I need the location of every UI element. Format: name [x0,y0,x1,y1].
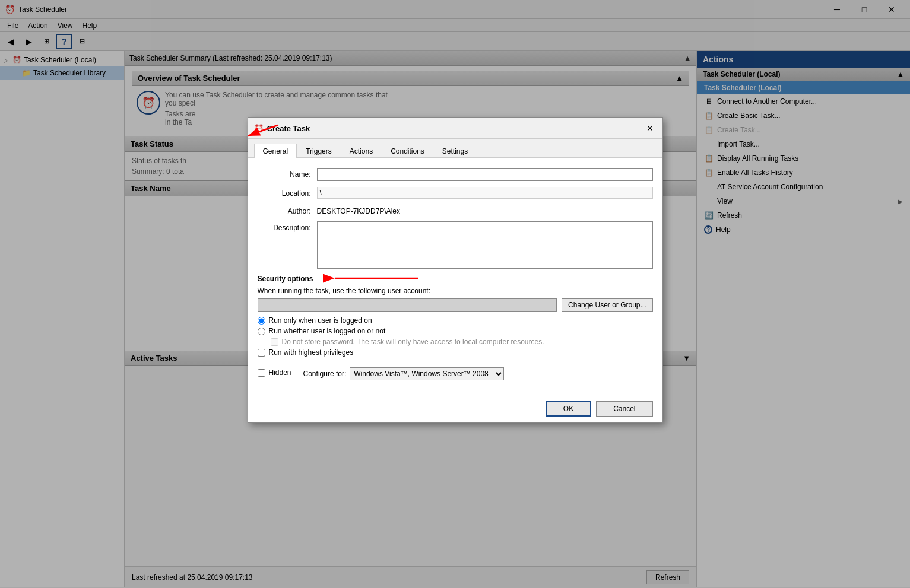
checkbox-highest-row: Run with highest privileges [258,348,653,357]
checkbox-no-store-row: Do not store password. The task will onl… [258,338,653,346]
radio-logged-on-label: Run only when user is logged on [269,316,372,325]
dialog-btn-row: OK Cancel [248,395,662,422]
configure-for-label: Configure for: [303,370,347,378]
author-value: DESKTOP-7KJDD7P\Alex [317,205,653,215]
checkbox-highest-label: Run with highest privileges [269,348,354,357]
location-text: \ [320,189,322,197]
checkbox-hidden[interactable] [258,369,265,377]
modal-close-button[interactable]: ✕ [643,122,657,135]
description-label: Description: [258,221,317,232]
create-task-dialog: ⏰ Create Task ✕ General Triggers Actions… [248,117,663,423]
form-row-location: Location: \ [258,187,653,199]
form-row-name: Name: [258,168,653,181]
checkbox-hidden-label: Hidden [269,368,291,377]
configure-for-row: Configure for: Windows Vista™, Windows S… [303,367,505,380]
bottom-options: Hidden Configure for: Windows Vista™, Wi… [258,363,653,380]
radio-row-not-logged: Run whether user is logged on or not [258,327,653,335]
checkbox-highest[interactable] [258,349,265,357]
tab-general[interactable]: General [254,144,297,158]
form-content: Name: Location: \ Author: DESKTOP-7KJDD7… [248,158,662,390]
name-label: Name: [258,168,317,179]
modal-title-bar: ⏰ Create Task ✕ [248,118,662,139]
location-label: Location: [258,187,317,198]
security-options-header: Security options [258,275,653,283]
modal-overlay: ⏰ Create Task ✕ General Triggers Actions… [0,0,910,588]
radio-row-logged-on: Run only when user is logged on [258,316,653,325]
modal-title-text: Create Task [267,124,310,133]
tab-actions[interactable]: Actions [341,144,382,158]
tab-bar: General Triggers Actions Conditions Sett… [248,139,662,158]
user-account-row: Change User or Group... [258,298,653,312]
user-account-label: When running the task, use the following… [258,287,653,295]
security-options-container: Security options When running the task, … [258,275,653,357]
checkbox-no-store[interactable] [271,338,278,346]
radio-logged-on[interactable] [258,317,265,325]
form-row-description: Description: [258,221,653,269]
user-field [258,298,557,312]
ok-button[interactable]: OK [546,401,591,417]
change-user-button[interactable]: Change User or Group... [562,298,652,312]
description-input[interactable] [317,221,653,269]
author-label: Author: [258,205,317,215]
radio-not-logged[interactable] [258,328,265,335]
cancel-button[interactable]: Cancel [596,401,652,417]
location-value: \ [317,187,653,199]
checkbox-hidden-row: Hidden [258,368,291,377]
modal-title-icon: ⏰ [254,124,264,133]
form-row-author: Author: DESKTOP-7KJDD7P\Alex [258,205,653,215]
checkbox-no-store-label: Do not store password. The task will onl… [282,338,544,346]
radio-not-logged-label: Run whether user is logged on or not [269,327,386,335]
configure-for-select[interactable]: Windows Vista™, Windows Server™ 2008 [350,367,504,380]
name-input[interactable] [317,168,653,181]
tab-conditions[interactable]: Conditions [382,144,433,158]
tab-triggers[interactable]: Triggers [297,144,341,158]
modal-title-left: ⏰ Create Task [254,124,310,133]
tab-settings[interactable]: Settings [433,144,477,158]
